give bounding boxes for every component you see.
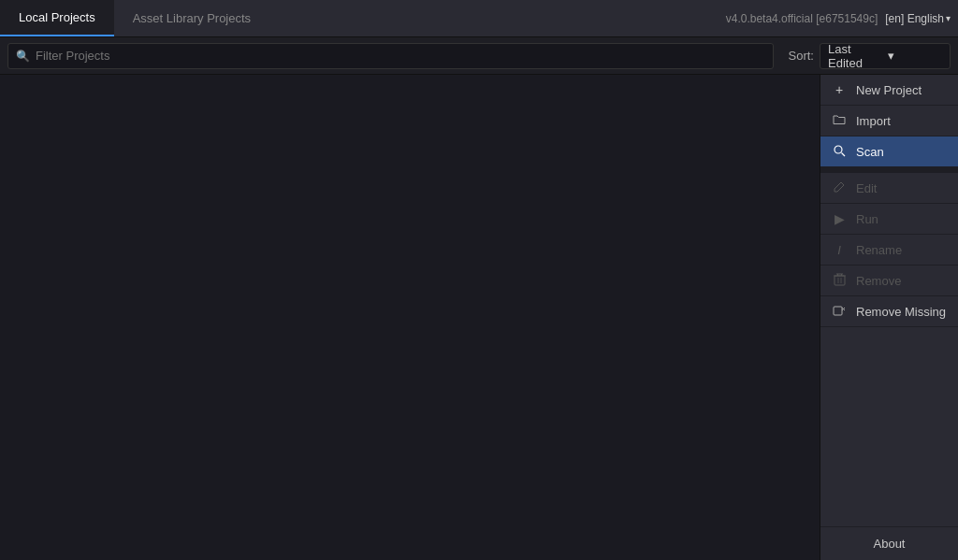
filter-search-icon: 🔍 <box>16 50 30 63</box>
remove-missing-label: Remove Missing <box>856 305 946 319</box>
svg-rect-2 <box>835 276 845 285</box>
language-chevron-icon: ▾ <box>946 13 951 23</box>
edit-icon <box>832 180 847 196</box>
right-sidebar: + New Project Import Scan <box>820 75 958 560</box>
folder-open-icon <box>832 113 847 129</box>
import-button[interactable]: Import <box>820 106 958 136</box>
project-list <box>0 75 820 560</box>
svg-point-0 <box>835 146 842 153</box>
scan-search-icon <box>832 144 847 160</box>
remove-missing-icon <box>832 304 847 320</box>
filter-bar: 🔍 Sort: Last Edited ▾ <box>0 37 958 75</box>
filter-input-wrap: 🔍 <box>7 43 774 69</box>
tab-local-label: Local Projects <box>19 10 95 24</box>
run-icon: ▶ <box>832 211 847 226</box>
top-bar: Local Projects Asset Library Projects v4… <box>0 0 958 37</box>
about-label: About <box>874 537 906 551</box>
plus-icon: + <box>832 82 847 97</box>
sort-chevron-icon: ▾ <box>888 49 942 63</box>
version-text: v4.0.beta4.official [e6751549c] <box>726 12 878 25</box>
scan-button[interactable]: Scan <box>820 136 958 167</box>
main-layout: + New Project Import Scan <box>0 75 958 560</box>
rename-label: Rename <box>856 243 902 257</box>
sort-label: Sort: <box>789 49 814 63</box>
svg-line-1 <box>842 152 846 156</box>
sort-select[interactable]: Last Edited ▾ <box>820 43 951 69</box>
sidebar-spacer <box>820 327 958 526</box>
filter-projects-input[interactable] <box>36 49 765 63</box>
tab-local-projects[interactable]: Local Projects <box>0 0 114 36</box>
remove-button[interactable]: Remove <box>820 266 958 296</box>
new-project-button[interactable]: + New Project <box>820 75 958 106</box>
language-selector[interactable]: [en] English ▾ <box>885 12 951 25</box>
sort-value-text: Last Edited <box>828 42 882 70</box>
edit-label: Edit <box>856 181 877 195</box>
tab-asset-library-label: Asset Library Projects <box>133 11 251 25</box>
import-label: Import <box>856 114 891 128</box>
run-button[interactable]: ▶ Run <box>820 204 958 235</box>
trash-icon <box>832 273 847 289</box>
svg-rect-9 <box>834 307 842 315</box>
new-project-label: New Project <box>856 83 922 97</box>
run-label: Run <box>856 212 878 226</box>
remove-label: Remove <box>856 274 901 288</box>
rename-button[interactable]: I Rename <box>820 235 958 266</box>
about-button[interactable]: About <box>820 526 958 560</box>
version-info: v4.0.beta4.official [e6751549c] [en] Eng… <box>726 12 951 25</box>
edit-button[interactable]: Edit <box>820 173 958 204</box>
scan-label: Scan <box>856 145 884 159</box>
rename-icon: I <box>832 243 847 257</box>
language-text: [en] English <box>885 12 944 25</box>
tab-asset-library[interactable]: Asset Library Projects <box>114 0 269 36</box>
remove-missing-button[interactable]: Remove Missing <box>820 296 958 327</box>
